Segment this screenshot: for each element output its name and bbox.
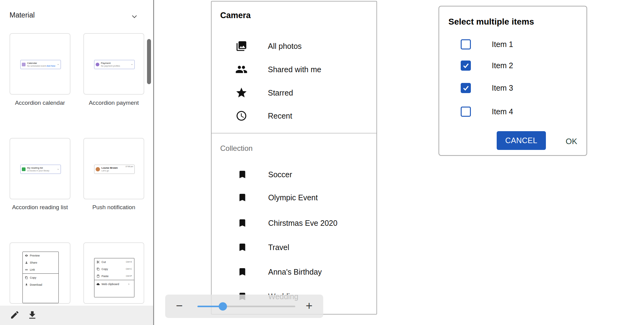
edit-button[interactable] <box>10 310 21 321</box>
menu-item-label: Web clipboard <box>101 283 119 286</box>
select-multiple-items-dialog[interactable]: Select multiple items Item 1 Item 2 Item… <box>439 6 587 156</box>
component-library-sidebar: Material Calendar No scheduled event Add… <box>0 0 153 325</box>
dialog-title: Select multiple items <box>448 17 534 27</box>
collapse-section-button[interactable] <box>130 12 139 21</box>
component-label: Push notification <box>83 202 144 213</box>
collection-item-label: Soccer <box>268 170 292 179</box>
calendar-thumb-subtitle: No scheduled event Add New <box>27 65 56 67</box>
push-thumb-message: Let's go <box>101 170 125 172</box>
push-thumb-time: 17:00 pm <box>125 166 133 167</box>
people-icon <box>234 63 249 76</box>
menu-item-label: Starred <box>268 88 293 97</box>
chevron-down-icon <box>131 63 133 66</box>
bookmark-icon <box>237 170 248 179</box>
checkbox-label: Item 1 <box>492 40 513 49</box>
reading-thumb-title: My reading list <box>27 166 56 169</box>
component-label: Accordion payment <box>83 98 144 108</box>
checkbox-item-4[interactable] <box>461 107 471 117</box>
collection-item-label: Chirstmas Eve 2020 <box>268 219 337 228</box>
pencil-icon <box>10 310 20 320</box>
dialog-row-item-3: Item 3 <box>439 81 587 95</box>
zoom-control-bar: − + <box>165 295 323 318</box>
collection-item-label: Travel <box>268 243 289 252</box>
dialog-row-item-4: Item 4 <box>439 105 587 118</box>
plus-icon: + <box>306 299 312 312</box>
copy-icon <box>97 268 100 271</box>
download-icon <box>27 310 38 320</box>
clock-icon <box>234 110 249 122</box>
component-card-edit-menu[interactable]: CutCtrl+X CopyCtrl+C PasteCtrl+P Web cli… <box>83 242 144 304</box>
person-add-icon <box>25 261 28 264</box>
payment-thumb-subtitle: No payment profiles <box>101 65 130 67</box>
checkbox-label: Item 2 <box>492 61 513 70</box>
collection-item-annas-birthday[interactable]: Anna's Birthday <box>212 265 377 279</box>
menu-item-label: Share <box>30 261 37 264</box>
collection-item-label: Olympic Event <box>268 193 318 202</box>
menu-shortcut: Ctrl+X <box>126 261 132 263</box>
sidebar-bottom-toolbar <box>0 306 153 325</box>
calendar-thumb-title: Calendar <box>27 62 56 65</box>
menu-item-starred[interactable]: Starred <box>212 85 377 100</box>
component-card-accordion-payment[interactable]: Payment No payment profiles <box>83 33 144 95</box>
zoom-in-button[interactable]: + <box>300 295 318 318</box>
zoom-slider-track[interactable] <box>197 306 295 307</box>
component-card-push-notification[interactable]: Louise Brown Let's go 17:00 pm <box>83 138 144 199</box>
paste-icon <box>97 275 100 278</box>
cancel-button[interactable]: CANCEL <box>497 131 546 150</box>
collection-item-christmas-eve[interactable]: Chirstmas Eve 2020 <box>212 216 377 230</box>
calendar-thumb: Calendar No scheduled event Add New <box>20 60 61 69</box>
download-icon <box>25 283 28 286</box>
bookmark-icon <box>237 242 248 252</box>
component-label: Accordion reading list <box>10 202 70 213</box>
dialog-row-item-2: Item 2 <box>439 59 587 72</box>
component-card-accordion-calendar[interactable]: Calendar No scheduled event Add New <box>10 33 70 95</box>
section-divider <box>212 133 376 133</box>
component-label: Accordion calendar <box>10 98 70 108</box>
reading-thumb-subtitle: 23 books in your library <box>27 170 56 172</box>
checkbox-item-1[interactable] <box>461 39 471 49</box>
menu-shortcut: Ctrl+C <box>126 268 132 270</box>
collection-item-label: Anna's Birthday <box>268 268 322 276</box>
menu-item-recent[interactable]: Recent <box>212 108 377 123</box>
checkbox-label: Item 3 <box>492 84 513 92</box>
menu-item-all-photos[interactable]: All photos <box>212 39 377 53</box>
checkbox-item-2[interactable] <box>461 61 471 71</box>
checkbox-item-3[interactable] <box>461 83 471 93</box>
bookmark-icon <box>237 193 248 202</box>
payment-thumb-title: Payment <box>101 62 130 65</box>
payment-thumb-icon <box>96 63 99 66</box>
star-icon <box>234 87 249 99</box>
zoom-slider-thumb[interactable] <box>219 302 227 311</box>
camera-menu-mockup[interactable]: Camera All photos Shared with me Starred… <box>211 1 377 315</box>
menu-item-label: Preview <box>30 254 40 257</box>
checkbox-label: Item 4 <box>492 107 513 116</box>
collection-item-travel[interactable]: Travel <box>212 241 377 254</box>
menu-item-label: All photos <box>268 42 302 51</box>
menu-item-label: Recent <box>268 112 292 120</box>
push-thumb-name: Louise Brown <box>101 166 125 169</box>
copy-icon <box>25 276 28 279</box>
ok-button[interactable]: OK <box>560 133 583 149</box>
app-screen: Material Calendar No scheduled event Add… <box>0 0 644 325</box>
photo-library-icon <box>234 40 249 52</box>
sidebar-resize-divider[interactable] <box>153 0 154 325</box>
download-button[interactable] <box>27 310 38 321</box>
zoom-out-button[interactable]: − <box>170 295 189 318</box>
scissors-icon <box>97 260 100 264</box>
reading-thumb: My reading list 23 books in your library <box>20 165 61 174</box>
menu-item-label: Link <box>30 268 35 271</box>
chevron-down-icon <box>57 63 59 66</box>
menu-item-shared-with-me[interactable]: Shared with me <box>212 62 377 77</box>
eye-icon <box>25 254 28 257</box>
sidebar-scrollbar-thumb[interactable] <box>147 39 151 84</box>
component-card-context-menu[interactable]: Preview Share Link Copy Download <box>10 242 70 304</box>
dialog-row-item-1: Item 1 <box>439 37 587 51</box>
collection-item-olympic-event[interactable]: Olympic Event <box>212 191 377 204</box>
component-card-accordion-reading-list[interactable]: My reading list 23 books in your library <box>10 138 70 199</box>
bookmark-icon <box>237 267 248 277</box>
menu-divider <box>94 280 134 280</box>
collection-item-soccer[interactable]: Soccer <box>212 168 377 181</box>
calendar-thumb-link: Add New <box>46 65 55 67</box>
payment-thumb: Payment No payment profiles <box>94 60 135 69</box>
minus-icon: − <box>176 299 183 312</box>
